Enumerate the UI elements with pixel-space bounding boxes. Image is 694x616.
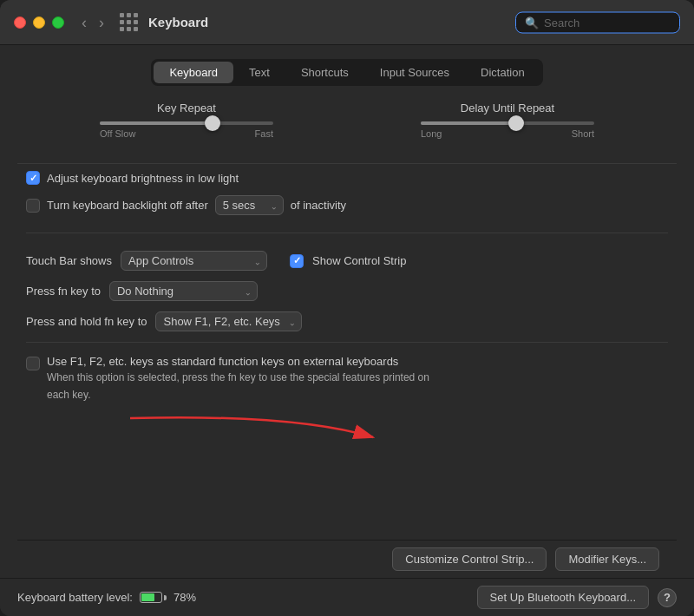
bottom-buttons-row: Customize Control Strip... Modifier Keys… (17, 540, 677, 578)
fn-label: Press fn key to (26, 285, 101, 298)
status-bar: Keyboard battery level: 78% Set Up Bluet… (0, 578, 694, 616)
main-content: Keyboard Text Shortcuts Input Sources Di… (0, 45, 694, 578)
app-grid-icon[interactable] (120, 13, 138, 31)
bluetooth-keyboard-button[interactable]: Set Up Bluetooth Keyboard... (477, 586, 649, 609)
battery-percentage: 78% (174, 591, 196, 604)
brightness-checkbox[interactable] (26, 171, 40, 185)
delay-repeat-track (421, 121, 594, 125)
inactivity-select-wrap: 5 secs 10 secs 30 secs 1 min 5 min (215, 195, 284, 215)
battery-body (140, 592, 162, 603)
key-repeat-label: Key Repeat (157, 102, 216, 115)
touchbar-select[interactable]: App Controls Expanded Control Strip F1, … (121, 251, 267, 271)
options-section: Adjust keyboard brightness in low light … (17, 171, 677, 331)
inactivity-select[interactable]: 5 secs 10 secs 30 secs 1 min 5 min (215, 195, 284, 215)
fn-hold-row: Press and hold fn key to Show F1, F2, et… (26, 311, 668, 331)
tab-keyboard[interactable]: Keyboard (154, 62, 233, 83)
key-repeat-off-label: Off Slow (100, 128, 135, 139)
search-icon: 🔍 (525, 16, 539, 29)
fkey-checkbox[interactable] (26, 357, 40, 370)
fn-key-row: Press fn key to Do Nothing Change Input … (26, 281, 668, 301)
divider-3 (26, 342, 668, 343)
keyboard-window: ‹ › Keyboard 🔍 Keyboard Text Shortcuts I… (0, 0, 694, 616)
fn-select-wrap: Do Nothing Change Input Source Show Char… (109, 281, 258, 301)
fn-hold-select-wrap: Show F1, F2, etc. Keys Do Nothing Change… (155, 311, 302, 331)
inactivity-label: of inactivity (291, 199, 346, 212)
touchbar-select-wrap: App Controls Expanded Control Strip F1, … (121, 251, 267, 271)
customize-control-strip-button[interactable]: Customize Control Strip... (392, 547, 547, 571)
battery-fill (141, 593, 154, 601)
fn-hold-select[interactable]: Show F1, F2, etc. Keys Do Nothing Change… (155, 311, 302, 331)
search-input[interactable] (544, 16, 671, 29)
touchbar-label: Touch Bar shows (26, 254, 112, 267)
show-control-strip-label: Show Control Strip (312, 254, 406, 267)
tab-text[interactable]: Text (233, 62, 285, 83)
key-repeat-group: Key Repeat Off Slow Fast (26, 102, 347, 139)
status-right: Set Up Bluetooth Keyboard... ? (477, 586, 677, 609)
key-repeat-thumb[interactable] (205, 115, 220, 131)
delay-short-label: Short (572, 128, 594, 139)
fn-hold-label: Press and hold fn key to (26, 315, 147, 328)
battery-tip (164, 595, 167, 600)
tab-shortcuts[interactable]: Shortcuts (285, 62, 364, 83)
search-box[interactable]: 🔍 (515, 11, 680, 33)
modifier-keys-button[interactable]: Modifier Keys... (555, 547, 659, 571)
fkey-text-block: Use F1, F2, etc. keys as standard functi… (47, 355, 429, 403)
maximize-button[interactable] (52, 16, 64, 29)
brightness-row: Adjust keyboard brightness in low light (26, 171, 668, 185)
traffic-lights (14, 16, 64, 29)
titlebar: ‹ › Keyboard 🔍 (0, 0, 694, 45)
fkey-row: Use F1, F2, etc. keys as standard functi… (26, 355, 668, 403)
battery-status: Keyboard battery level: 78% (17, 591, 196, 604)
window-title: Keyboard (148, 15, 208, 29)
battery-label: Keyboard battery level: (17, 591, 133, 604)
touch-bar-row: Touch Bar shows App Controls Expanded Co… (26, 251, 668, 271)
back-button[interactable]: ‹ (78, 15, 90, 30)
fkey-section: Use F1, F2, etc. keys as standard functi… (17, 355, 677, 403)
minimize-button[interactable] (33, 16, 45, 29)
brightness-label: Adjust keyboard brightness in low light (47, 172, 239, 185)
backlight-checkbox[interactable] (26, 199, 40, 213)
sliders-row: Key Repeat Off Slow Fast Delay Until Rep… (17, 102, 677, 139)
battery-icon (140, 592, 167, 603)
tab-input-sources[interactable]: Input Sources (364, 62, 465, 83)
divider-1 (17, 163, 677, 164)
arrow-area (17, 410, 677, 462)
delay-repeat-thumb[interactable] (508, 115, 524, 131)
forward-button[interactable]: › (95, 15, 108, 30)
delay-repeat-group: Delay Until Repeat Long Short (347, 102, 668, 139)
backlight-label: Turn keyboard backlight off after (47, 199, 208, 212)
help-button[interactable]: ? (658, 588, 677, 607)
fn-select[interactable]: Do Nothing Change Input Source Show Char… (109, 281, 258, 301)
fkey-sublabel2: each key. (47, 387, 429, 403)
close-button[interactable] (14, 16, 26, 29)
arrow-annotation (121, 410, 399, 457)
delay-repeat-label: Delay Until Repeat (461, 102, 554, 115)
delay-repeat-range-labels: Long Short (421, 128, 594, 139)
key-repeat-fast-label: Fast (255, 128, 273, 139)
tab-dictation[interactable]: Dictation (465, 62, 540, 83)
nav-buttons: ‹ › (78, 15, 108, 30)
tab-bar: Keyboard Text Shortcuts Input Sources Di… (151, 59, 542, 86)
delay-long-label: Long (421, 128, 442, 139)
key-repeat-range-labels: Off Slow Fast (100, 128, 273, 139)
divider-2 (26, 233, 668, 233)
key-repeat-track (100, 121, 273, 125)
backlight-row: Turn keyboard backlight off after 5 secs… (26, 195, 668, 215)
fkey-sublabel1: When this option is selected, press the … (47, 370, 429, 385)
show-control-strip-checkbox[interactable] (290, 254, 304, 268)
fkey-label: Use F1, F2, etc. keys as standard functi… (47, 355, 429, 368)
